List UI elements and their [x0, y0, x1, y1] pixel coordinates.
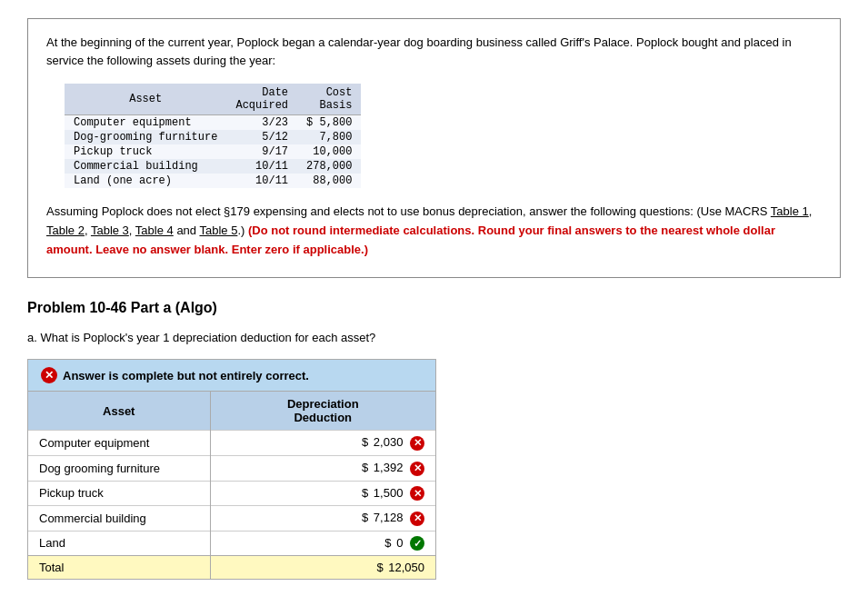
wrong-row-icon: ✕: [410, 436, 424, 451]
table-row: Pickup truck 9/17 10,000: [65, 144, 361, 159]
top-section: At the beginning of the current year, Po…: [27, 18, 841, 278]
table-row: Dog-grooming furniture 5/12 7,800: [65, 130, 361, 144]
asset-name-cell: Dog-grooming furniture: [65, 130, 226, 144]
result-col-asset: Asset: [28, 392, 210, 431]
total-value-cell: $ 12,050: [210, 556, 435, 580]
col-cost-header: CostBasis: [297, 84, 361, 115]
question-text: a. What is Poplock's year 1 depreciation…: [27, 331, 841, 344]
date-cell: 10/11: [226, 174, 297, 188]
result-row: Commercial building $ 7,128 ✕: [28, 506, 435, 532]
result-value-cell: $ 2,030 ✕: [210, 431, 435, 456]
total-row: Total $ 12,050: [28, 556, 435, 580]
table3-link[interactable]: Table 3: [91, 224, 129, 237]
cost-cell: 7,800: [297, 130, 361, 144]
result-asset-cell: Pickup truck: [28, 481, 210, 506]
result-value-cell: $ 1,500 ✕: [210, 481, 435, 506]
answer-status-bar: ✕ Answer is complete but not entirely co…: [28, 360, 435, 392]
asset-name-cell: Computer equipment: [65, 115, 226, 131]
date-cell: 3/23: [226, 115, 297, 131]
result-asset-cell: Computer equipment: [28, 431, 210, 456]
table4-link[interactable]: Table 4: [135, 224, 174, 237]
cost-cell: 278,000: [297, 159, 361, 174]
problem-heading: Problem 10-46 Part a (Algo): [27, 300, 841, 316]
result-row: Land $ 0 ✓: [28, 531, 435, 556]
wrong-row-icon: ✕: [410, 512, 424, 526]
table-row: Computer equipment 3/23 $ 5,800: [65, 115, 361, 131]
asset-name-cell: Pickup truck: [65, 144, 226, 159]
asset-name-cell: Land (one acre): [65, 174, 226, 188]
wrong-row-icon: ✕: [410, 462, 424, 476]
answer-status-text: Answer is complete but not entirely corr…: [63, 369, 309, 383]
date-cell: 9/17: [226, 144, 297, 159]
result-row: Computer equipment $ 2,030 ✕: [28, 431, 435, 456]
result-value-cell: $ 7,128 ✕: [210, 506, 435, 532]
result-asset-cell: Dog grooming furniture: [28, 455, 210, 481]
cost-cell: $ 5,800: [297, 115, 361, 131]
table1-link[interactable]: Table 1: [771, 204, 809, 218]
correct-row-icon: ✓: [410, 536, 424, 551]
table2-link[interactable]: Table 2: [46, 224, 85, 237]
result-col-deduction: Depreciation Deduction: [210, 392, 435, 431]
assumption-text: Assuming Poplock does not elect §179 exp…: [46, 203, 822, 259]
result-value-cell: $ 0 ✓: [210, 531, 435, 556]
result-row: Dog grooming furniture $ 1,392 ✕: [28, 455, 435, 481]
result-asset-cell: Commercial building: [28, 506, 210, 532]
result-value-cell: $ 1,392 ✕: [210, 455, 435, 481]
asset-name-cell: Commercial building: [65, 159, 226, 174]
result-asset-cell: Land: [28, 531, 210, 556]
table5-link[interactable]: Table 5: [199, 224, 237, 237]
date-cell: 10/11: [226, 159, 297, 174]
wrong-icon: ✕: [41, 367, 57, 383]
result-table: Asset Depreciation Deduction Computer eq…: [28, 392, 435, 579]
wrong-row-icon: ✕: [410, 486, 424, 501]
date-cell: 5/12: [226, 130, 297, 144]
col-date-header: DateAcquired: [226, 84, 297, 115]
cost-cell: 88,000: [297, 174, 361, 188]
col-asset-header: Asset: [65, 84, 226, 115]
asset-table: Asset DateAcquired CostBasis Computer eq…: [65, 84, 361, 188]
cost-cell: 10,000: [297, 144, 361, 159]
table-row: Land (one acre) 10/11 88,000: [65, 174, 361, 188]
intro-text: At the beginning of the current year, Po…: [46, 34, 822, 69]
result-row: Pickup truck $ 1,500 ✕: [28, 481, 435, 506]
answer-box: ✕ Answer is complete but not entirely co…: [27, 359, 436, 580]
total-label-cell: Total: [28, 556, 210, 580]
table-row: Commercial building 10/11 278,000: [65, 159, 361, 174]
